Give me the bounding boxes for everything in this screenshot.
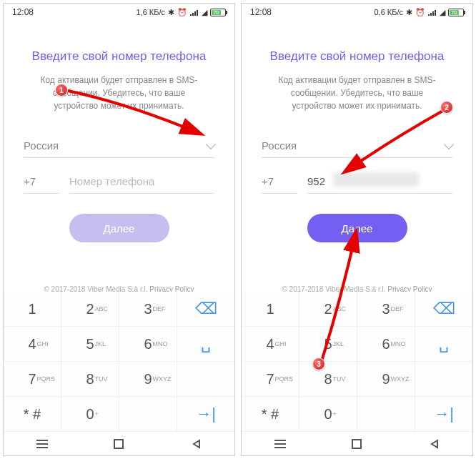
keypad-key-1[interactable]: 1 (4, 292, 61, 326)
country-label: Россия (262, 139, 297, 152)
phone-screen-2: 12:08 0,6 КБ/с ✱ ⏰ ◢ 70 Введите свой ном… (241, 3, 473, 456)
next-button[interactable]: Далее (307, 214, 407, 242)
keypad-key-8[interactable]: 8TUV (299, 362, 357, 396)
chevron-down-icon (206, 139, 216, 149)
status-time: 12:08 (250, 7, 272, 17)
keypad-key-5[interactable]: 5JKL (61, 327, 119, 361)
nav-back-icon[interactable] (427, 438, 440, 450)
bluetooth-icon: ✱ (168, 8, 174, 17)
keypad-key-* #[interactable]: * # (242, 397, 299, 431)
battery-icon: 70 (210, 9, 226, 16)
keypad-key-0[interactable]: 0+ (299, 397, 357, 431)
keypad-key-3[interactable]: 3DEF (357, 292, 415, 326)
keypad-key-9[interactable]: 9WXYZ (119, 362, 177, 396)
keypad-key-2[interactable]: 2ABC (61, 292, 119, 326)
wifi-icon: ◢ (440, 8, 445, 17)
bluetooth-icon: ✱ (406, 8, 412, 17)
keypad-key-7[interactable]: 7PQRS (4, 362, 61, 396)
keypad-key-␣[interactable]: ␣ (415, 327, 472, 361)
nav-menu-icon[interactable] (274, 438, 287, 450)
svg-rect-5 (274, 443, 286, 445)
annotation-badge-2: 2 (440, 101, 453, 114)
keypad-key-blank (415, 362, 472, 396)
alarm-icon: ⏰ (177, 8, 187, 17)
status-data: 0,6 КБ/с (374, 8, 403, 16)
redacted-number (333, 172, 419, 187)
keypad-key-⌫[interactable]: ⌫ (415, 292, 472, 326)
battery-icon: 70 (448, 9, 464, 16)
android-navbar (242, 431, 472, 455)
annotation-badge-1: 1 (55, 84, 68, 97)
keypad-key-2[interactable]: 2ABC (299, 292, 357, 326)
keypad-key-→|[interactable]: →| (415, 397, 472, 431)
phone-screen-1: 12:08 1,6 КБ/с ✱ ⏰ ◢ 70 Введите свой ном… (3, 3, 235, 456)
chevron-down-icon (444, 139, 454, 149)
svg-rect-1 (36, 443, 48, 445)
nav-home-icon[interactable] (112, 438, 125, 450)
status-bar: 12:08 1,6 КБ/с ✱ ⏰ ◢ 70 (4, 4, 234, 21)
keypad-key-9[interactable]: 9WXYZ (357, 362, 415, 396)
keypad-key-␣[interactable]: ␣ (177, 327, 234, 361)
numeric-keypad: 12ABC3DEF⌫4GHI5JKL6MNO␣7PQRS8TUV9WXYZ* #… (242, 292, 472, 431)
signal-icon (190, 9, 199, 16)
status-data: 1,6 КБ/с (136, 8, 165, 16)
alarm-icon: ⏰ (415, 8, 425, 17)
country-code-input[interactable] (262, 169, 297, 194)
svg-rect-6 (274, 447, 286, 448)
keypad-key-3[interactable]: 3DEF (119, 292, 177, 326)
status-bar: 12:08 0,6 КБ/с ✱ ⏰ ◢ 70 (242, 4, 472, 21)
phone-number-input[interactable] (69, 169, 214, 194)
wifi-icon: ◢ (202, 8, 207, 17)
page-title: Введите свой номер телефона (24, 49, 214, 64)
nav-home-icon[interactable] (350, 438, 363, 450)
nav-menu-icon[interactable] (36, 438, 49, 450)
keypad-key-blank (357, 397, 415, 431)
page-title: Введите свой номер телефона (262, 49, 452, 64)
page-subtitle: Код активации будет отправлен в SMS-сооб… (24, 74, 214, 112)
country-selector[interactable]: Россия (24, 134, 214, 158)
country-code-input[interactable] (24, 169, 59, 194)
keypad-key-4[interactable]: 4GHI (4, 327, 61, 361)
keypad-key-* #[interactable]: * # (4, 397, 61, 431)
svg-rect-4 (274, 440, 286, 441)
keypad-key-1[interactable]: 1 (242, 292, 299, 326)
android-navbar (4, 431, 234, 455)
numeric-keypad: 12ABC3DEF⌫4GHI5JKL6MNO␣7PQRS8TUV9WXYZ* #… (4, 292, 234, 431)
keypad-key-5[interactable]: 5JKL (299, 327, 357, 361)
keypad-key-7[interactable]: 7PQRS (242, 362, 299, 396)
keypad-key-0[interactable]: 0+ (61, 397, 119, 431)
nav-back-icon[interactable] (189, 438, 202, 450)
signal-icon (428, 9, 437, 16)
keypad-key-8[interactable]: 8TUV (61, 362, 119, 396)
country-selector[interactable]: Россия (262, 134, 452, 158)
status-time: 12:08 (12, 7, 34, 17)
keypad-key-⌫[interactable]: ⌫ (177, 292, 234, 326)
svg-rect-7 (352, 440, 361, 448)
keypad-key-blank (119, 397, 177, 431)
next-button[interactable]: Далее (69, 214, 169, 242)
page-subtitle: Код активации будет отправлен в SMS-сооб… (262, 74, 452, 112)
svg-rect-0 (36, 440, 48, 441)
country-label: Россия (24, 139, 59, 152)
keypad-key-blank (177, 362, 234, 396)
svg-rect-3 (114, 440, 123, 448)
keypad-key-4[interactable]: 4GHI (242, 327, 299, 361)
keypad-key-→|[interactable]: →| (177, 397, 234, 431)
svg-rect-2 (36, 447, 48, 448)
keypad-key-6[interactable]: 6MNO (119, 327, 177, 361)
keypad-key-6[interactable]: 6MNO (357, 327, 415, 361)
annotation-badge-3: 3 (312, 357, 325, 370)
